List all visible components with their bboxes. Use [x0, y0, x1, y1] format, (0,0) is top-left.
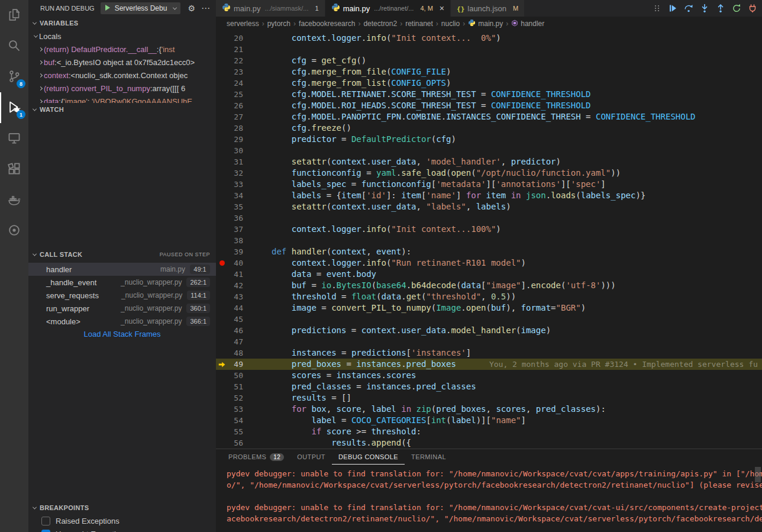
breakpoint-checkbox[interactable]: [41, 517, 50, 525]
variable-row[interactable]: (return) DefaultPredictor.__call__: {'in…: [28, 43, 216, 56]
close-icon[interactable]: ×: [440, 4, 444, 12]
code-line[interactable]: 40 context.logger.info("Run retinanet-R1…: [216, 257, 762, 269]
editor-tab[interactable]: {}launch.jsonM: [451, 0, 525, 17]
code-line[interactable]: 55 if score >= threshold:: [216, 426, 762, 437]
code-line[interactable]: 39def handler(context, event):: [216, 246, 762, 257]
code-line[interactable]: 41 data = event.body: [216, 269, 762, 280]
activity-bar-item-explorer[interactable]: [0, 0, 28, 31]
breakpoint-checkbox[interactable]: ✓: [41, 530, 50, 532]
breakpoint-icon[interactable]: [216, 260, 228, 266]
call-stack-frame[interactable]: serve_requests_nuclio_wrapper.py114:1: [28, 289, 216, 302]
editor-tab[interactable]: main.py.../siammask/...1: [216, 0, 325, 17]
code-line[interactable]: 47: [216, 336, 762, 347]
debug-step-over-button[interactable]: [684, 4, 693, 13]
breadcrumb-item[interactable]: nuclio: [441, 20, 460, 28]
call-stack-frame[interactable]: _handle_event_nuclio_wrapper.py262:1: [28, 276, 216, 289]
breadcrumb-item[interactable]: facebookresearch: [299, 20, 355, 28]
call-stack-frame[interactable]: handlermain.py49:1: [28, 263, 216, 276]
breadcrumb-item[interactable]: retinanet: [405, 20, 433, 28]
breadcrumb-item[interactable]: main.py: [468, 19, 503, 28]
code-line[interactable]: 21: [216, 44, 762, 55]
panel-tab-terminal[interactable]: TERMINAL: [405, 449, 453, 465]
breadcrumb-item[interactable]: serverless: [227, 20, 259, 28]
load-all-stack-frames-link[interactable]: Load All Stack Frames: [28, 328, 216, 341]
code-line[interactable]: 48 instances = predictions['instances']: [216, 347, 762, 359]
breakpoint-row[interactable]: Raised Exceptions: [28, 514, 216, 527]
debug-continue-button[interactable]: [668, 4, 677, 13]
code-editor[interactable]: 20 context.logger.info("Init context... …: [216, 31, 762, 449]
call-stack-section-header[interactable]: CALL STACK PAUSED ON STEP: [28, 248, 216, 261]
breadcrumb-item[interactable]: handler: [511, 20, 544, 28]
breakpoints-section-header[interactable]: BREAKPOINTS: [28, 501, 216, 514]
code-line[interactable]: 35 setattr(context.user_data, "labels", …: [216, 201, 762, 212]
code-line[interactable]: 26 cfg.MODEL.ROI_HEADS.SCORE_THRESH_TEST…: [216, 100, 762, 111]
call-stack-frame[interactable]: run_wrapper_nuclio_wrapper.py360:1: [28, 302, 216, 315]
code-line[interactable]: 53 for box, score, label in zip(pred_box…: [216, 404, 762, 415]
frame-line-badge: 262:1: [186, 278, 210, 287]
variable-row[interactable]: context: <nuclio_sdk.context.Context obj…: [28, 69, 216, 82]
code-line[interactable]: 36: [216, 212, 762, 224]
code-line[interactable]: 38: [216, 235, 762, 246]
code-line[interactable]: 34 labels = {item['id']: item['name'] fo…: [216, 190, 762, 201]
breadcrumb-item[interactable]: pytorch: [267, 20, 290, 28]
variable-row[interactable]: data: {'image': 'iVBORw0KGgoAAAANSUhE: [28, 95, 216, 103]
code-line[interactable]: 32 functionconfig = yaml.safe_load(open(…: [216, 167, 762, 179]
start-debugging-icon[interactable]: [105, 4, 111, 13]
panel-tab-output[interactable]: OUTPUT: [290, 449, 332, 465]
activity-bar-item-run-and-debug[interactable]: 1: [0, 92, 28, 123]
current-line-arrow-icon[interactable]: [216, 360, 228, 369]
code-line[interactable]: 43 threshold = float(data.get("threshold…: [216, 291, 762, 302]
variables-section-header[interactable]: VARIABLES: [28, 17, 216, 30]
debug-step-into-button[interactable]: [700, 4, 709, 13]
breadcrumb-item[interactable]: detectron2: [363, 20, 397, 28]
debug-disconnect-button[interactable]: [748, 4, 757, 13]
code-line[interactable]: 42 buf = io.BytesIO(base64.b64decode(dat…: [216, 280, 762, 291]
activity-bar-item-extension-circle[interactable]: [0, 215, 28, 246]
code-line[interactable]: 24 cfg.merge_from_list(CONFIG_OPTS): [216, 78, 762, 89]
code-line[interactable]: 45: [216, 314, 762, 325]
code-line[interactable]: 31 setattr(context.user_data, 'model_han…: [216, 156, 762, 167]
more-actions-icon[interactable]: ⋯: [201, 3, 210, 14]
debug-config-dropdown[interactable]: Serverless Debu: [101, 2, 181, 14]
variables-scope-locals[interactable]: Locals: [28, 30, 216, 43]
code-line[interactable]: 23 cfg.merge_from_file(CONFIG_FILE): [216, 66, 762, 78]
activity-bar-item-source-control[interactable]: 8: [0, 62, 28, 92]
breakpoint-row[interactable]: ✓Uncaught Exceptions: [28, 527, 216, 532]
gear-icon[interactable]: ⚙: [188, 4, 195, 13]
activity-bar-item-remote-explorer[interactable]: [0, 123, 28, 154]
code-line[interactable]: 44 image = convert_PIL_to_numpy(Image.op…: [216, 302, 762, 314]
code-line[interactable]: 52 results = []: [216, 392, 762, 404]
code-line[interactable]: 20 context.logger.info("Init context... …: [216, 33, 762, 44]
code-line[interactable]: 33 labels_spec = functionconfig['metadat…: [216, 179, 762, 190]
debug-restart-button[interactable]: [732, 4, 741, 13]
panel-tab-problems[interactable]: PROBLEMS12: [222, 449, 290, 465]
code-line[interactable]: 49 pred_boxes = instances.pred_boxesYou,…: [216, 359, 762, 370]
debug-gripper-button[interactable]: [653, 4, 661, 13]
activity-bar-item-docker[interactable]: [0, 185, 28, 215]
watch-section-header[interactable]: WATCH: [28, 103, 216, 116]
code-token: [272, 179, 292, 189]
panel-tab-debug-console[interactable]: DEBUG CONSOLE: [332, 449, 405, 465]
code-line[interactable]: 46 predictions = context.user_data.model…: [216, 325, 762, 336]
activity-bar-item-extensions[interactable]: [0, 154, 28, 185]
code-line[interactable]: 22 cfg = get_cfg(): [216, 55, 762, 66]
call-stack-frame[interactable]: <module>_nuclio_wrapper.py366:1: [28, 315, 216, 328]
code-line[interactable]: 54 label = COCO_CATEGORIES[int(label)]["…: [216, 415, 762, 426]
code-line[interactable]: 51 pred_classes = instances.pred_classes: [216, 381, 762, 392]
code-line[interactable]: 56 results.append({: [216, 437, 762, 449]
code-line[interactable]: 27 cfg.MODEL.PANOPTIC_FPN.COMBINE.INSTAN…: [216, 111, 762, 122]
panel-tab-label: OUTPUT: [297, 453, 325, 460]
editor-tab[interactable]: main.py.../retinanet/...4, M×: [325, 0, 451, 17]
scrollbar-thumb[interactable]: [755, 467, 761, 482]
activity-bar-item-search[interactable]: [0, 31, 28, 62]
code-token: (: [446, 415, 451, 425]
variable-row[interactable]: (return) convert_PIL_to_numpy: array([[[…: [28, 82, 216, 95]
code-line[interactable]: 30: [216, 145, 762, 156]
code-line[interactable]: 50 scores = instances.scores: [216, 370, 762, 381]
debug-step-out-button[interactable]: [716, 4, 725, 13]
code-line[interactable]: 29 predictor = DefaultPredictor(cfg): [216, 134, 762, 145]
code-line[interactable]: 37 context.logger.info("Init context...1…: [216, 224, 762, 235]
code-line[interactable]: 28 cfg.freeze(): [216, 122, 762, 134]
code-line[interactable]: 25 cfg.MODEL.RETINANET.SCORE_THRESH_TEST…: [216, 89, 762, 100]
variable-row[interactable]: buf: <_io.BytesIO object at 0x7f5a2dc1ec…: [28, 56, 216, 69]
